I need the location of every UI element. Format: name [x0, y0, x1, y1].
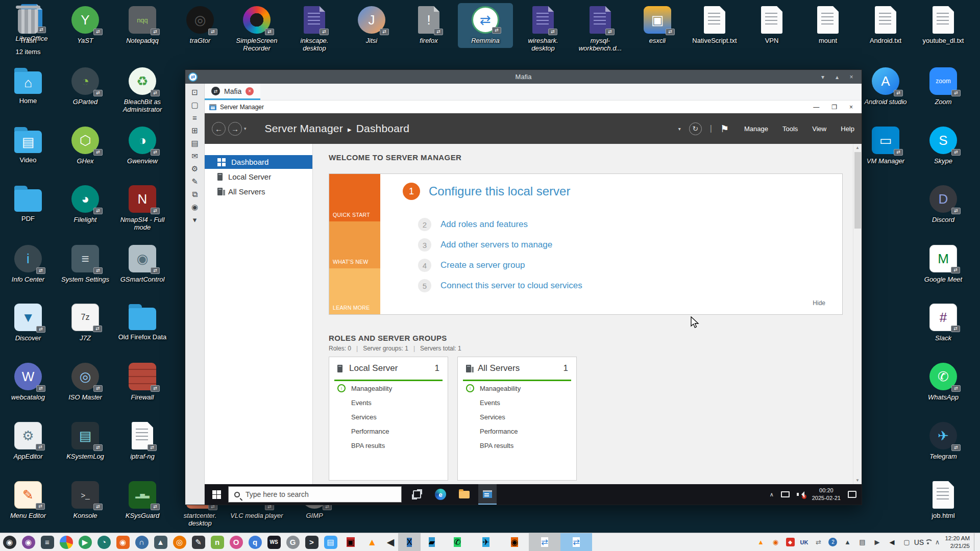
action-center-icon[interactable] [848, 491, 856, 498]
search-box[interactable]: Type here to search [228, 486, 402, 503]
tray-expand-icon[interactable]: ∧ [770, 491, 774, 498]
menu-manage[interactable]: Manage [744, 125, 768, 133]
dolphin-task[interactable]: ▰ [421, 533, 443, 551]
telegram-task[interactable]: ✈ [472, 533, 500, 551]
volume-tray-icon[interactable]: ◀ [887, 538, 896, 547]
desktop-icon-gparted[interactable]: ◔⇄GParted [58, 64, 113, 109]
desktop-icon-gsmartcontrol[interactable]: ◉⇄GSmartControl [115, 242, 170, 287]
step-4[interactable]: 4Create a server group [418, 259, 582, 272]
desktop-icon-remmina[interactable]: ⇄⇄Remmina [458, 3, 513, 48]
firefox-task[interactable]: ◉ [500, 533, 529, 551]
step-1-link[interactable]: Configure this local server [429, 184, 570, 198]
hide-link[interactable]: Hide [813, 299, 825, 307]
server-manager-taskbar-button[interactable] [478, 484, 497, 505]
resize-window-icon[interactable]: ⊡ [191, 88, 198, 96]
desktop-icon-esxcli[interactable]: ▣⇄esxcli [630, 3, 685, 48]
desktop-icon-webcatalog[interactable]: W⇄webcatalog [1, 360, 56, 405]
desktop-icon-ksysguard[interactable]: ▂▅▃⇄KSysGuard [115, 478, 170, 523]
desktop-icon-menu-editor[interactable]: ✎⇄Menu Editor [1, 478, 56, 523]
collapse-icon[interactable]: ▾ [193, 216, 197, 223]
vlc-task[interactable]: ▲ [361, 533, 383, 551]
x-app-task[interactable]: X [398, 533, 421, 551]
block-learn-more[interactable]: LEARN MORE [329, 268, 380, 314]
firefox-tray-icon[interactable]: ◉ [771, 538, 780, 547]
card-header[interactable]: Local Server1 [329, 357, 448, 380]
desktop-icon-job-html[interactable]: job.html [916, 478, 971, 523]
klipper-tray-icon[interactable]: ▤ [857, 538, 867, 547]
step-2[interactable]: 2Add roles and features [418, 218, 582, 231]
desktop-icon-old-firefox-data[interactable]: Old Firefox Data [115, 300, 170, 344]
file-explorer-button[interactable] [455, 484, 473, 505]
task-view-button[interactable] [408, 484, 426, 505]
sidebar-item-local-server[interactable]: Local Server [205, 170, 312, 184]
desktop-icon-vpn[interactable]: VPN [744, 3, 799, 48]
desktop-icon-ksystemlog[interactable]: ▤⇄KSystemLog [58, 419, 113, 464]
remmina-task-active[interactable]: ⇄ [560, 533, 592, 551]
scaler-icon[interactable]: ⊞ [191, 127, 198, 134]
desktop-icon-slack[interactable]: #⇄Slack [916, 300, 971, 345]
notifications-flag-icon[interactable]: ⚑ [720, 123, 729, 135]
desktop-icon-filelight[interactable]: ◕⇄Filelight [58, 182, 113, 227]
show-desktop-button[interactable] [974, 533, 980, 551]
desktop-icon-discover[interactable]: ▼⇄Discover [1, 300, 56, 345]
desktop-icon-yast[interactable]: Y⇄YaST [58, 3, 113, 48]
desktop-icon-zoom[interactable]: zoom⇄Zoom [916, 64, 971, 109]
keyboard-grab-icon[interactable]: ▤ [191, 139, 198, 147]
spectacle-icon[interactable]: ✎ [189, 533, 208, 551]
step-link[interactable]: Connect this server to cloud services [440, 281, 582, 291]
desktop-icon-simplescreen-recorder[interactable]: ⇄SimpleScreen Recorder [229, 3, 284, 55]
desktop-icon-appeditor[interactable]: ⚙⇄AppEditor [1, 419, 56, 464]
desktop-icon-notepadqq[interactable]: nqq⇄Notepadqq [115, 3, 170, 48]
ark-tray-icon[interactable]: ▲ [843, 538, 852, 547]
okular-icon[interactable]: O [227, 533, 246, 551]
maximize-icon[interactable]: ▴ [832, 73, 842, 81]
desktop-icon-iso-master[interactable]: ◎⇄ISO Master [58, 360, 113, 405]
tools-icon[interactable]: ✎ [191, 178, 198, 185]
desktop-icon-vm-manager[interactable]: ▭⇄VM Manager [858, 123, 913, 168]
desktop-icon-inkscape-desktop[interactable]: ⇄inkscape. desktop [287, 3, 342, 55]
vlc-tray-icon[interactable]: ▲ [756, 538, 766, 547]
send-keys-icon[interactable]: ✉ [191, 152, 198, 160]
yakuake-icon[interactable]: > [302, 533, 321, 551]
desktop-icon-nativescript-txt[interactable]: NativeScript.txt [687, 3, 742, 48]
step-3[interactable]: 3Add other servers to manage [418, 238, 582, 252]
tab-close-icon[interactable]: × [246, 87, 254, 95]
step-link[interactable]: Add other servers to manage [440, 240, 552, 250]
cd-player-icon[interactable]: ◉ [0, 533, 19, 551]
card-row-services[interactable]: Services [458, 410, 576, 424]
webstorm-icon[interactable]: WS [264, 533, 283, 551]
image-viewer-icon[interactable]: ▲ [151, 533, 170, 551]
desktop-icon-pdf[interactable]: PDF [1, 182, 56, 226]
keyboard-layout-indicator[interactable]: US [914, 538, 923, 547]
uk-keyboard-icon[interactable]: UK [800, 538, 808, 547]
tor-browser-icon[interactable]: ◉ [19, 533, 38, 551]
menu-icon[interactable]: ≡ [192, 114, 197, 121]
preferences-icon[interactable]: ⚙ [191, 165, 198, 172]
desktop-icon-discord[interactable]: D⇄Discord [916, 182, 971, 227]
kate-icon[interactable]: ▤ [321, 533, 340, 551]
krfb-tray-icon[interactable]: ◆ [786, 538, 795, 546]
screen-tray-icon[interactable]: ▢ [902, 538, 911, 547]
block-quick-start[interactable]: QUICK START [329, 174, 380, 221]
desktop-icon-youtube-dl-txt[interactable]: youtube_dl.txt [916, 3, 971, 48]
tray-expand-icon[interactable]: ∧ [933, 538, 942, 547]
card-row-bpa-results[interactable]: BPA results [329, 438, 448, 453]
settings-sliders-icon[interactable]: ≡ [38, 533, 57, 551]
desktop-icon-mount[interactable]: mount [800, 3, 855, 48]
close-icon[interactable]: × [846, 73, 856, 81]
card-header[interactable]: All Servers1 [458, 357, 576, 380]
qbittorrent-icon[interactable]: q [246, 533, 264, 551]
chrome-icon[interactable] [57, 533, 76, 551]
desktop-icon-gwenview[interactable]: ◑⇄Gwenview [115, 123, 170, 168]
minimize-icon[interactable]: — [813, 104, 819, 111]
scroll-down-icon[interactable]: ▼ [853, 478, 862, 483]
card-row-services[interactable]: Services [329, 410, 448, 424]
desktop-icon-jitsi[interactable]: J⇄Jitsi [344, 3, 399, 48]
restore-icon[interactable]: ❐ [831, 104, 837, 111]
scrollbar[interactable]: ▲ ▼ [853, 144, 862, 484]
desktop-icon-android-studio[interactable]: A⇄Android studio [858, 64, 913, 109]
desktop-icon-j7z[interactable]: 7z⇄J7Z [58, 300, 113, 345]
scroll-thumb[interactable] [854, 152, 861, 229]
whatsapp-task[interactable]: ✆ [443, 533, 472, 551]
desktop-icon-iptraf-ng[interactable]: ⇄iptraf-ng [115, 419, 170, 464]
